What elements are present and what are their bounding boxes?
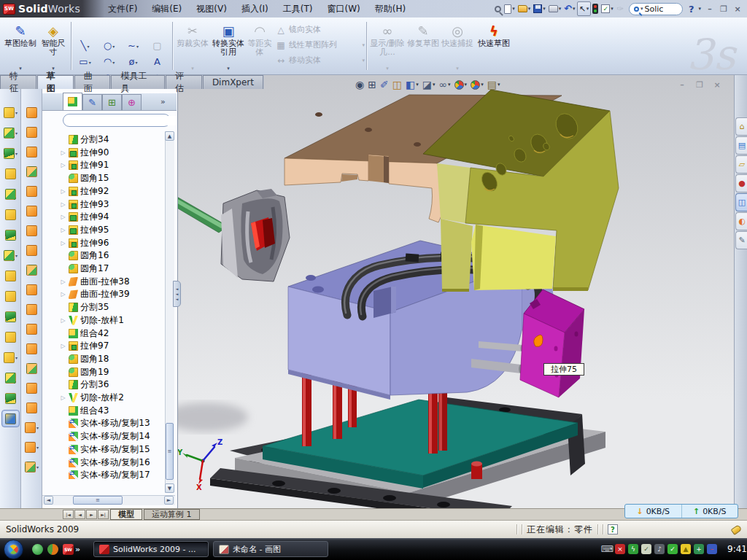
filter-input[interactable]: [71, 116, 177, 125]
tree-item[interactable]: ▷拉伸97: [60, 340, 109, 352]
expand-arrow-icon[interactable]: ▷: [60, 162, 66, 168]
mirror-entities-button[interactable]: △ 镜向实体: [276, 22, 365, 37]
tree-item[interactable]: ▷拉伸94: [60, 211, 109, 223]
reference-point-button[interactable]: ▾: [1, 349, 20, 366]
tab-dimxpert[interactable]: DimXpert: [203, 75, 263, 89]
display-delete-relations-button[interactable]: 显示/删除几... ▾: [369, 20, 406, 71]
help-chevron-icon[interactable]: ▾: [697, 1, 703, 16]
display-style-button[interactable]: ◪▾: [422, 79, 436, 90]
tree-item[interactable]: 实体-移动/复制13: [60, 417, 150, 429]
menu-item-4[interactable]: 工具(T): [276, 1, 320, 18]
circle-tool-button[interactable]: ○▾: [97, 38, 121, 54]
repair-sketch-button[interactable]: 修复草图: [407, 20, 439, 71]
panel-overflow-chevron[interactable]: »: [160, 97, 166, 106]
doc-minimize-button[interactable]: –: [676, 79, 689, 90]
launcher-solidworks-icon[interactable]: SW: [63, 544, 74, 555]
tab-nav-button-0[interactable]: |◄: [63, 510, 74, 519]
expand-arrow-icon[interactable]: ▷: [60, 214, 66, 220]
arc-tool-button[interactable]: ◠▾: [97, 54, 121, 70]
extruded-cut-button[interactable]: ▾: [1, 124, 20, 141]
boundary-surface-button[interactable]: [23, 182, 41, 200]
appearances-scenes-tab[interactable]: ◐: [735, 212, 747, 230]
expand-arrow-icon[interactable]: ▷: [60, 279, 66, 285]
boss-extrude-button[interactable]: ▾: [1, 104, 20, 121]
tab-surfaces[interactable]: 曲面: [74, 75, 111, 89]
tab-evaluate[interactable]: 评估: [166, 75, 202, 89]
doc-restore-button[interactable]: ❐: [693, 79, 706, 90]
instant3d-button[interactable]: [1, 410, 20, 427]
tree-item[interactable]: ▷拉伸93: [60, 198, 109, 211]
launcher-media-icon[interactable]: [47, 544, 58, 555]
zoom-area-button[interactable]: ⊞: [367, 79, 377, 90]
tree-item[interactable]: 实体-移动/复制17: [60, 469, 150, 479]
network-warning-icon[interactable]: ▲: [681, 544, 691, 554]
menu-item-5[interactable]: 窗口(W): [320, 1, 367, 18]
design-library-tab[interactable]: ▤: [735, 136, 747, 155]
annotations-button[interactable]: ▤▾: [487, 79, 501, 90]
chevron-down-icon[interactable]: ▾: [227, 66, 230, 71]
design-tree-tab[interactable]: [63, 93, 82, 110]
offset-surface-button[interactable]: [23, 241, 41, 259]
minimize-button[interactable]: –: [703, 4, 716, 15]
ink-markup-icon[interactable]: ✑: [615, 1, 625, 16]
smart-dimension-button[interactable]: 智能尺寸 ▾: [38, 20, 69, 71]
tree-item[interactable]: ▷拉伸91: [60, 159, 109, 171]
model-tab[interactable]: 运动算例 1: [144, 509, 200, 520]
tab-nav-button-2[interactable]: ►: [86, 510, 97, 519]
help-button[interactable]: ?: [686, 4, 697, 15]
scroll-right-icon[interactable]: ►: [164, 496, 174, 505]
doc-close-button[interactable]: ×: [711, 79, 724, 90]
graphics-viewport[interactable]: Y Z X ◉⊞✐◫◧▾◪▾∞▾▾▾▤▾ – ❐ × 拉伸75: [178, 75, 734, 508]
linear-pattern-button[interactable]: ▾: [1, 246, 20, 264]
scroll-down-icon[interactable]: ▼: [165, 483, 174, 493]
tree-item[interactable]: ▷切除-放样2: [60, 392, 124, 404]
zoom-fit-button[interactable]: ◉: [355, 79, 365, 90]
configuration-manager-tab[interactable]: ⊞: [102, 94, 122, 110]
tree-item[interactable]: 圆角15: [60, 172, 109, 184]
ellipse-tool-button[interactable]: ø▾: [121, 54, 145, 70]
untrim-surface-button[interactable]: [23, 359, 41, 377]
tree-item[interactable]: 圆角18: [60, 353, 109, 365]
restore-button[interactable]: ❐: [717, 4, 730, 15]
panel-splitter-handle[interactable]: ◄◄◄: [173, 281, 181, 307]
shell-button[interactable]: [1, 185, 20, 203]
tree-item[interactable]: 圆角19: [60, 366, 109, 378]
tree-item[interactable]: ▷曲面-拉伸38: [60, 276, 130, 288]
rectangle-tool-button[interactable]: ▭▾: [73, 54, 97, 70]
print-icon[interactable]: ▾: [547, 1, 563, 16]
security-alert-icon[interactable]: ×: [615, 544, 625, 554]
chamfer-button[interactable]: [1, 165, 20, 182]
convert-entities-button[interactable]: 转换实体引用 ▾: [212, 20, 245, 71]
rib-button[interactable]: [1, 267, 20, 284]
scene-button[interactable]: ▾: [470, 79, 484, 90]
thicken-button[interactable]: [23, 399, 41, 416]
extruded-surface-button[interactable]: [23, 104, 41, 121]
freeform-button[interactable]: [23, 202, 41, 219]
custom-properties-tab[interactable]: ✎: [735, 231, 747, 249]
text-tool-button[interactable]: A: [145, 54, 169, 70]
tab-nav-button-1[interactable]: ◄: [74, 510, 85, 519]
spline-tool-button[interactable]: ~▾: [121, 38, 145, 54]
select-region-button[interactable]: ▢: [145, 38, 169, 54]
tree-item[interactable]: 组合42: [60, 327, 109, 340]
expand-arrow-icon[interactable]: ▷: [60, 188, 66, 195]
scroll-left-icon[interactable]: ◄: [44, 496, 53, 505]
messenger-status-icon[interactable]: –: [707, 544, 717, 554]
open-icon[interactable]: ▾: [516, 1, 533, 16]
keyboard-indicator-icon[interactable]: ⌨: [602, 544, 612, 554]
close-button[interactable]: ×: [731, 4, 744, 15]
expand-arrow-icon[interactable]: ▷: [60, 149, 66, 156]
launcher-messenger-icon[interactable]: [32, 544, 43, 555]
tree-item[interactable]: 实体-移动/复制16: [60, 456, 150, 469]
tree-item[interactable]: ▷拉伸90: [60, 147, 109, 159]
tab-sketch[interactable]: 草图: [37, 75, 74, 89]
sketch-button[interactable]: 草图绘制 ▾: [3, 20, 38, 71]
line-tool-button[interactable]: ╲▾: [73, 38, 97, 54]
expand-arrow-icon[interactable]: ▷: [60, 201, 66, 208]
3d-content-tab[interactable]: ●: [735, 174, 747, 192]
draft-button[interactable]: [1, 206, 20, 223]
swept-surface-button[interactable]: [23, 143, 41, 160]
tree-item[interactable]: ▷切除-放样1: [60, 314, 124, 327]
rapid-sketch-button[interactable]: 快速草图: [477, 20, 511, 71]
search-box[interactable]: ▾: [629, 3, 683, 15]
